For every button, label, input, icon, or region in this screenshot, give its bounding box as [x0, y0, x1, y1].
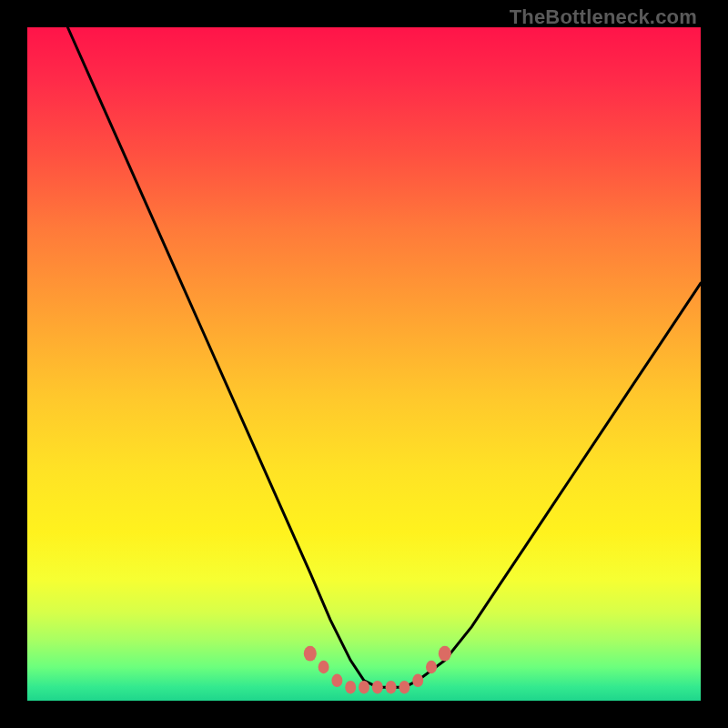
valley-marker [399, 681, 410, 693]
valley-marker [318, 661, 329, 673]
chart-frame: TheBottleneck.com [0, 0, 728, 728]
valley-marker [426, 661, 437, 673]
valley-marker-group [304, 646, 451, 694]
plot-area [27, 27, 701, 701]
valley-marker [345, 681, 356, 693]
valley-marker [331, 674, 342, 687]
valley-marker [372, 681, 383, 693]
valley-marker [386, 681, 397, 693]
watermark-text: TheBottleneck.com [510, 5, 697, 29]
valley-marker [412, 674, 423, 687]
valley-marker [304, 646, 317, 662]
valley-marker [439, 646, 451, 662]
bottleneck-curve-line [67, 27, 701, 687]
valley-marker [359, 681, 369, 693]
chart-svg [27, 27, 701, 701]
